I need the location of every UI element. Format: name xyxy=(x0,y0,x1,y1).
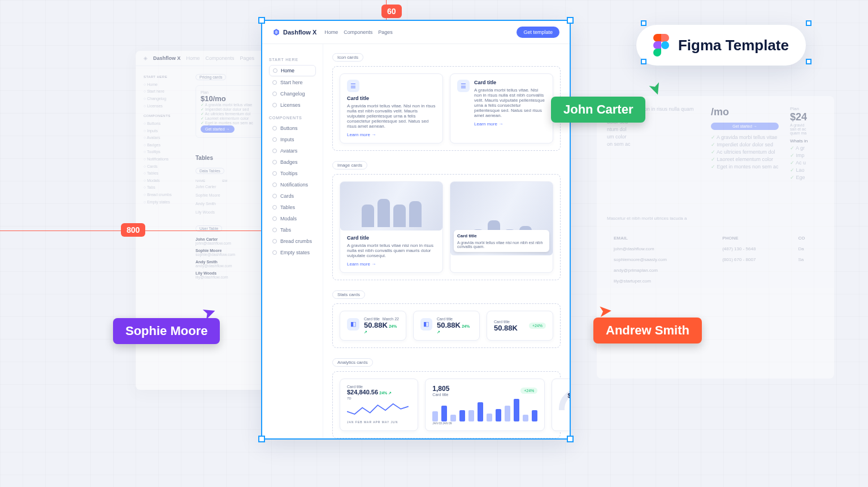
ghost-user: John Carter xyxy=(196,237,218,241)
nav-home[interactable]: Home xyxy=(324,29,338,35)
sidebar-item-tooltips[interactable]: Tooltips xyxy=(269,168,316,179)
figma-template-pill[interactable]: Figma Template xyxy=(636,25,806,66)
sidebar-item-licenses[interactable]: Licenses xyxy=(269,100,316,110)
radio-icon xyxy=(272,171,277,176)
learn-more-link[interactable]: Learn more → xyxy=(347,132,376,137)
ghost-feature: Ac ultricies fermentum dol xyxy=(201,112,258,116)
sidebar-item-avatars[interactable]: Avatars xyxy=(269,146,316,156)
sidebar-item-starthere[interactable]: Start here xyxy=(269,77,316,88)
image-card-left[interactable]: Card title A gravida morbi tellus vitae … xyxy=(340,181,443,273)
stat-value: 50.88K xyxy=(364,321,388,329)
radio-icon xyxy=(272,216,277,221)
action-icon: ☰ xyxy=(347,80,359,92)
ghost-sb-item: Start here xyxy=(144,88,188,95)
selection-handle[interactable] xyxy=(806,20,811,26)
sidebar-item-label: Modals xyxy=(280,216,297,221)
brand-name: Dashflow X xyxy=(283,29,316,36)
collaborator-cursor-john: ➤ John Carter xyxy=(551,80,645,123)
sidebar-item-badges[interactable]: Badges xyxy=(269,157,316,167)
ghost-brand: Dashflow X xyxy=(153,55,181,61)
get-template-button[interactable]: Get template xyxy=(517,27,559,38)
sidebar-item-buttons[interactable]: Buttons xyxy=(269,123,316,133)
sidebar: START HERE Home Start here Changelog Lic… xyxy=(262,44,323,440)
image-placeholder xyxy=(340,182,442,231)
learn-more-link[interactable]: Learn more → xyxy=(347,262,376,267)
card-body: A gravida morbi tellus vitae. Nisi non i… xyxy=(474,88,546,118)
ghost-sb-item: Avatars xyxy=(144,134,188,142)
sidebar-item-breadcrumbs[interactable]: Bread crumbs xyxy=(269,236,316,246)
collaborator-cursor-andrew: ➤ Andrew Smith xyxy=(593,302,702,343)
icon-card-left[interactable]: ☰ Card title A gravida morbi tellus vita… xyxy=(340,73,443,144)
ghost-sb-item: Home xyxy=(144,81,188,89)
stat-card-2[interactable]: ◧ Card title 50.88K 24% ↗ xyxy=(413,311,480,341)
section-pill-icon-cards: Icon cards xyxy=(332,53,363,62)
ghost-feat: Imperdiet dolor dolor sed xyxy=(711,142,779,147)
sidebar-item-label: Cards xyxy=(280,193,294,199)
ghost-sb-item: Modals xyxy=(144,177,188,185)
stat-date: March 22 xyxy=(383,317,399,321)
sidebar-item-changelog[interactable]: Changelog xyxy=(269,89,316,99)
sparkline-chart xyxy=(347,400,411,419)
radio-icon xyxy=(272,160,277,164)
sidebar-item-inputs[interactable]: Inputs xyxy=(269,134,316,145)
image-card-right[interactable]: Card title A gravida morbi tellus vitae … xyxy=(450,181,553,273)
sidebar-item-tables[interactable]: Tables xyxy=(269,202,316,212)
stat-card-1[interactable]: ◧ Card titleMarch 22 50.88K 24% ↗ xyxy=(340,311,406,341)
radio-icon xyxy=(272,80,277,85)
ghost-plan-cta: Get started → xyxy=(201,125,235,133)
selected-frame[interactable]: Dashflow X Home Components Pages Get tem… xyxy=(261,20,571,440)
sidebar-item-label: Empty states xyxy=(280,250,310,255)
ghost-sb-item: Changelog xyxy=(144,95,188,103)
overlay-title: Card title xyxy=(457,233,546,238)
stat-pct-badge: +24% xyxy=(529,323,546,329)
sidebar-item-home[interactable]: Home xyxy=(269,65,316,76)
ghost-cta: Get started → xyxy=(711,123,779,130)
ghost-feat: Eget in montes non sem ac xyxy=(711,164,779,169)
chart-value: 1,805 xyxy=(432,385,449,393)
analytics-card-gauge[interactable]: Card title $84,226 Card subtitle xyxy=(552,379,570,431)
radio-icon xyxy=(272,205,277,210)
selection-handle[interactable] xyxy=(806,59,811,64)
selection-handle-tl[interactable] xyxy=(258,17,265,24)
ghost-nav: Home xyxy=(186,55,200,61)
ghost-sb-item: Buttons xyxy=(144,120,188,128)
selection-handle-tr[interactable] xyxy=(567,17,574,24)
ghost-sb-item: Tabs xyxy=(144,184,188,192)
ghost-sb-item: Licenses xyxy=(144,103,188,110)
analytics-card-line[interactable]: Card title $24,840.56 24% ↗ 7D JAN FEB M… xyxy=(340,379,418,431)
brand-logo-icon xyxy=(272,28,280,36)
selection-handle[interactable] xyxy=(641,20,646,26)
sidebar-item-cards[interactable]: Cards xyxy=(269,191,316,201)
stat-card-3[interactable]: Card title 50.88K +24% xyxy=(487,311,553,341)
ghost-plan2-price: $24 xyxy=(790,111,824,123)
sidebar-group-components: COMPONENTS xyxy=(269,116,316,120)
gauge-subtitle: Card subtitle xyxy=(559,399,570,402)
bar-chart xyxy=(432,399,537,421)
ghost-th: EM xyxy=(222,179,227,182)
sidebar-item-emptystates[interactable]: Empty states xyxy=(269,247,316,258)
radio-icon xyxy=(272,250,277,255)
dimension-height-badge: 800 xyxy=(121,223,145,237)
chart-title: Card title xyxy=(559,385,570,389)
sidebar-item-modals[interactable]: Modals xyxy=(269,214,316,224)
selection-handle[interactable] xyxy=(641,59,646,64)
ghost-nav: Components xyxy=(206,55,235,61)
sidebar-item-label: Notifications xyxy=(280,182,308,188)
nav-pages[interactable]: Pages xyxy=(378,29,393,35)
icon-card-right[interactable]: ☰ Card title A gravida morbi tellus vita… xyxy=(450,73,553,144)
card-title: Card title xyxy=(347,235,436,241)
sidebar-item-notifications[interactable]: Notifications xyxy=(269,180,316,190)
chart-pct-badge: +24% xyxy=(520,388,537,394)
image-placeholder: Card title A gravida morbi tellus vitae … xyxy=(450,182,553,255)
brand[interactable]: Dashflow X xyxy=(272,28,316,36)
selection-handle-bl[interactable] xyxy=(258,436,265,442)
selection-handle-br[interactable] xyxy=(567,436,574,442)
learn-more-link[interactable]: Learn more → xyxy=(474,121,503,127)
nav-components[interactable]: Components xyxy=(344,29,372,35)
sidebar-item-tabs[interactable]: Tabs xyxy=(269,225,316,235)
chart-title: Card title xyxy=(347,385,411,389)
icon-cards-box: ☰ Card title A gravida morbi tellus vita… xyxy=(332,66,561,151)
stat-value: 50.88K xyxy=(494,324,518,332)
stat-icon: ◧ xyxy=(347,318,359,331)
analytics-card-bar[interactable]: 1,805Card title +24% JAN 03 JAN 09 xyxy=(425,379,545,431)
